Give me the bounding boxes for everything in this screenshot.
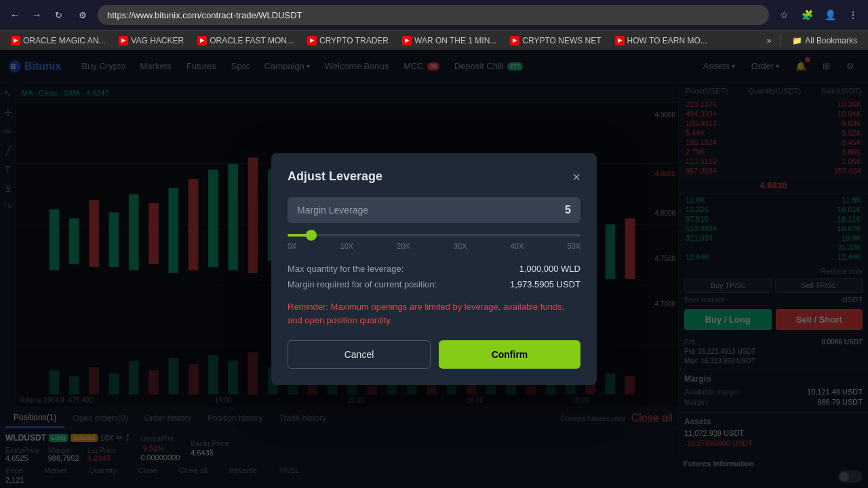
bookmark-label: ORACLE MAGIC AN... (23, 36, 105, 45)
leverage-value: 5 (565, 204, 571, 216)
back-button[interactable]: ← (5, 5, 24, 24)
margin-required-label: Margin required for of current position: (288, 279, 437, 289)
profile-button[interactable]: 👤 (821, 5, 840, 24)
browser-actions: ☆ 🧩 👤 ⋮ (774, 5, 863, 24)
bookmark-war-on-the[interactable]: ▶ WAR ON THE 1 MIN... (397, 35, 502, 47)
modal-overlay: Adjust Leverage × Margin Leverage 5 0X 1… (0, 50, 868, 488)
slider-mark-0x: 0X (288, 242, 296, 250)
youtube-icon: ▶ (615, 36, 625, 45)
slider-mark-50x: 50X (567, 242, 580, 250)
page-content: B Bitunix Buy Crypto Markets Futures Spo… (0, 50, 868, 488)
modal-info-rows: Max quantity for the leverage: 1,000,000… (288, 264, 580, 289)
bookmark-label: CRYPTO TRADER (319, 36, 389, 45)
address-bar[interactable]: https://www.bitunix.com/contract-trade/W… (98, 5, 769, 25)
slider-marks: 0X 10X 20X 30X 40X 50X (288, 242, 580, 250)
url-text: https://www.bitunix.com/contract-trade/W… (107, 10, 302, 20)
bookmark-oracle-fast[interactable]: ▶ ORACLE FAST MON... (192, 35, 299, 47)
folder-icon: 📁 (792, 36, 802, 45)
max-qty-row: Max quantity for the leverage: 1,000,000… (288, 264, 580, 274)
slider-mark-20x: 20X (397, 242, 410, 250)
cancel-button[interactable]: Cancel (288, 340, 431, 369)
slider-mark-30x: 30X (454, 242, 467, 250)
youtube-icon: ▶ (11, 36, 20, 45)
security-button[interactable]: ⚙ (73, 5, 92, 24)
margin-required-row: Margin required for of current position:… (288, 279, 580, 289)
star-button[interactable]: ☆ (774, 5, 793, 24)
forward-button[interactable]: → (27, 5, 46, 24)
reminder-text: Reminder: Maximum openings are limited b… (288, 300, 580, 327)
youtube-icon: ▶ (510, 36, 519, 45)
leverage-slider-container: 0X 10X 20X 30X 40X 50X (288, 234, 580, 250)
menu-button[interactable]: ⋮ (844, 5, 863, 24)
bookmark-label: VAG HACKER (131, 36, 184, 45)
bookmark-oracle-magic[interactable]: ▶ ORACLE MAGIC AN... (5, 35, 111, 47)
nav-buttons: ← → ↻ (5, 5, 68, 24)
modal-buttons: Cancel Confirm (288, 340, 580, 369)
bookmark-label: WAR ON THE 1 MIN... (414, 36, 496, 45)
reload-button[interactable]: ↻ (49, 5, 68, 24)
max-qty-val: 1,000,000 WLD (519, 264, 580, 274)
browser-chrome: ← → ↻ ⚙ https://www.bitunix.com/contract… (0, 0, 868, 50)
bookmark-label: CRYPTO NEWS NET (522, 36, 601, 45)
leverage-input-row: Margin Leverage 5 (288, 197, 580, 223)
youtube-icon: ▶ (307, 36, 317, 45)
bookmark-label: HOW TO EARN MO... (627, 36, 707, 45)
adjust-leverage-modal: Adjust Leverage × Margin Leverage 5 0X 1… (271, 153, 597, 385)
slider-mark-10x: 10X (340, 242, 354, 250)
youtube-icon: ▶ (402, 36, 412, 45)
bookmarks-folder[interactable]: 📁 All Bookmarks (787, 35, 863, 47)
browser-toolbar: ← → ↻ ⚙ https://www.bitunix.com/contract… (0, 0, 868, 30)
bookmark-crypto-news[interactable]: ▶ CRYPTO NEWS NET (505, 35, 606, 47)
bookmark-vag-hacker[interactable]: ▶ VAG HACKER (113, 35, 189, 47)
bookmarks-divider (781, 35, 781, 46)
bookmark-crypto-trader[interactable]: ▶ CRYPTO TRADER (302, 35, 394, 47)
bookmark-how-to-earn[interactable]: ▶ HOW TO EARN MO... (610, 35, 713, 47)
slider-thumb[interactable] (306, 230, 317, 241)
modal-title: Adjust Leverage (288, 169, 382, 184)
confirm-button[interactable]: Confirm (439, 340, 580, 369)
extensions-button[interactable]: 🧩 (797, 5, 816, 24)
bookmark-label: ORACLE FAST MON... (210, 36, 294, 45)
margin-required-val: 1,973.5905 USDT (510, 279, 580, 289)
folder-label: All Bookmarks (805, 36, 857, 45)
margin-leverage-label: Margin Leverage (297, 205, 368, 216)
modal-header: Adjust Leverage × (288, 169, 580, 184)
max-qty-label: Max quantity for the leverage: (288, 264, 403, 274)
youtube-icon: ▶ (119, 36, 128, 45)
slider-track (288, 234, 580, 237)
modal-close-button[interactable]: × (572, 170, 580, 184)
slider-mark-40x: 40X (511, 242, 524, 250)
bookmarks-more-button[interactable]: » (763, 35, 776, 47)
youtube-icon: ▶ (197, 36, 207, 45)
bookmarks-bar: ▶ ORACLE MAGIC AN... ▶ VAG HACKER ▶ ORAC… (0, 30, 868, 50)
